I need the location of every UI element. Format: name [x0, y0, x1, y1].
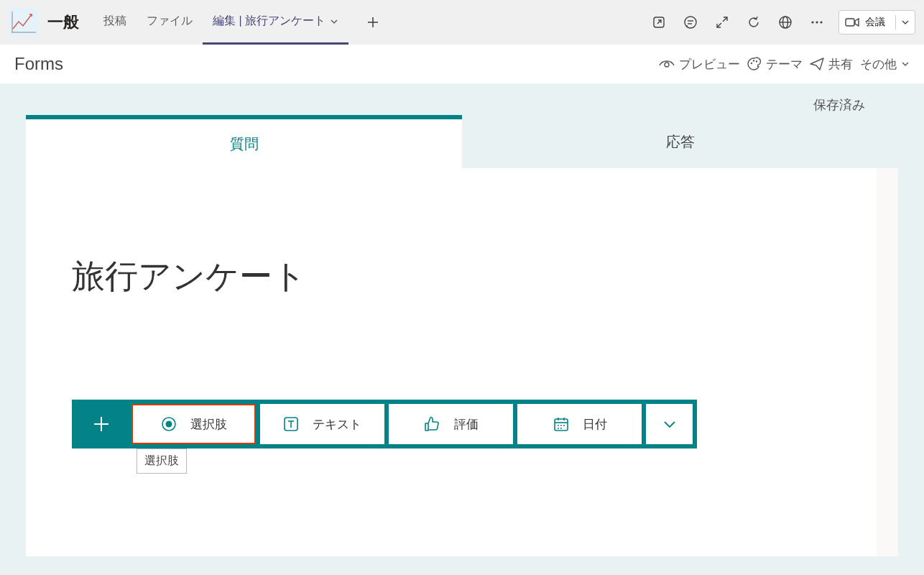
plus-icon: [366, 16, 379, 29]
svg-point-38: [560, 428, 562, 429]
add-date-button[interactable]: 日付: [517, 404, 642, 444]
svg-point-36: [563, 425, 565, 426]
expand-button[interactable]: [712, 12, 732, 32]
svg-point-26: [165, 421, 172, 428]
plus-icon: [92, 415, 111, 433]
svg-marker-22: [810, 58, 823, 70]
theme-label: テーマ: [766, 56, 803, 73]
tab-questions[interactable]: 質問: [26, 115, 462, 168]
teams-tabs: 投稿 ファイル 編集 | 旅行アンケート: [93, 0, 383, 45]
tab-files[interactable]: ファイル: [137, 0, 203, 45]
ellipsis-icon: [810, 16, 823, 29]
tab-edit-form[interactable]: 編集 | 旅行アンケート: [203, 0, 348, 45]
form-pivot: 質問 応答: [26, 115, 898, 168]
svg-point-19: [751, 63, 752, 64]
chat-button[interactable]: [680, 12, 701, 32]
add-question-plus[interactable]: [76, 404, 127, 444]
svg-rect-16: [846, 19, 854, 26]
teams-header: 一般 投稿 ファイル 編集 | 旅行アンケート: [0, 0, 924, 45]
globe-button[interactable]: [775, 12, 795, 32]
svg-point-18: [665, 63, 669, 67]
choice-tooltip: 選択肢: [137, 448, 187, 474]
preview-button[interactable]: プレビュー: [659, 56, 740, 73]
calendar-icon: [553, 415, 570, 433]
text-type-icon: [282, 415, 300, 433]
chevron-down-icon: [330, 17, 338, 26]
chevron-down-icon: [901, 60, 910, 68]
chevron-down-icon: [902, 19, 909, 26]
tab-edit-label: 編集 | 旅行アンケート: [213, 14, 325, 29]
add-question-toolbar: 選択肢 テキスト 評価 日付 選択肢: [72, 400, 697, 448]
meet-button[interactable]: 会議: [838, 10, 915, 34]
teams-actions: 会議: [649, 10, 915, 34]
channel-name[interactable]: 一般: [47, 12, 79, 33]
svg-point-37: [558, 428, 559, 429]
theme-button[interactable]: テーマ: [747, 56, 803, 73]
send-icon: [810, 58, 824, 70]
svg-line-8: [723, 17, 727, 22]
popout-icon: [652, 15, 666, 29]
svg-point-13: [811, 21, 813, 23]
reload-button[interactable]: [744, 12, 764, 32]
svg-point-20: [753, 60, 754, 61]
preview-label: プレビュー: [679, 56, 740, 73]
svg-marker-17: [855, 19, 859, 26]
chevron-down-icon: [663, 420, 676, 428]
channel-avatar: [9, 7, 39, 37]
scrollbar[interactable]: [877, 168, 898, 556]
chat-icon: [683, 15, 698, 29]
more-button[interactable]: [807, 12, 827, 32]
reload-icon: [747, 15, 761, 29]
meet-label: 会議: [865, 16, 885, 29]
expand-icon: [715, 15, 729, 29]
chart-line-icon: [11, 12, 36, 33]
palette-icon: [747, 57, 762, 71]
video-icon: [845, 17, 859, 27]
add-date-label: 日付: [583, 416, 607, 433]
add-choice-button[interactable]: 選択肢: [131, 404, 256, 444]
thumbs-up-icon: [422, 415, 441, 433]
svg-line-9: [717, 23, 721, 27]
svg-point-35: [560, 425, 562, 426]
svg-point-15: [820, 21, 822, 23]
add-tab-button[interactable]: [363, 12, 383, 32]
svg-point-34: [558, 425, 559, 426]
eye-icon: [659, 58, 675, 70]
form-title[interactable]: 旅行アンケート: [72, 254, 852, 299]
tab-posts[interactable]: 投稿: [93, 0, 137, 45]
radio-icon: [160, 415, 177, 433]
forms-brand: Forms: [14, 54, 63, 74]
svg-point-21: [756, 60, 757, 62]
forms-command-bar: Forms プレビュー テーマ 共有 その他: [0, 45, 924, 83]
other-label: その他: [860, 56, 897, 73]
add-text-label: テキスト: [313, 416, 361, 433]
share-button[interactable]: 共有: [810, 56, 853, 73]
add-rating-label: 評価: [454, 416, 479, 433]
svg-point-14: [816, 21, 818, 23]
add-text-button[interactable]: テキスト: [260, 404, 384, 444]
globe-icon: [778, 15, 793, 29]
form-card: 質問 応答 旅行アンケート 選択肢 テキスト: [26, 115, 898, 556]
popout-button[interactable]: [649, 12, 669, 32]
tab-responses[interactable]: 応答: [462, 115, 898, 168]
saved-status: 保存済み: [813, 96, 865, 114]
add-rating-button[interactable]: 評価: [389, 404, 513, 444]
share-label: 共有: [828, 56, 853, 73]
forms-canvas: 保存済み 質問 応答 旅行アンケート 選択肢 テキスト: [0, 83, 924, 575]
other-button[interactable]: その他: [860, 56, 910, 73]
meet-dropdown[interactable]: [895, 15, 909, 29]
form-body: 旅行アンケート 選択肢 テキスト 評価: [26, 168, 898, 556]
add-choice-label: 選択肢: [190, 416, 227, 433]
add-more-types-button[interactable]: [646, 404, 693, 444]
